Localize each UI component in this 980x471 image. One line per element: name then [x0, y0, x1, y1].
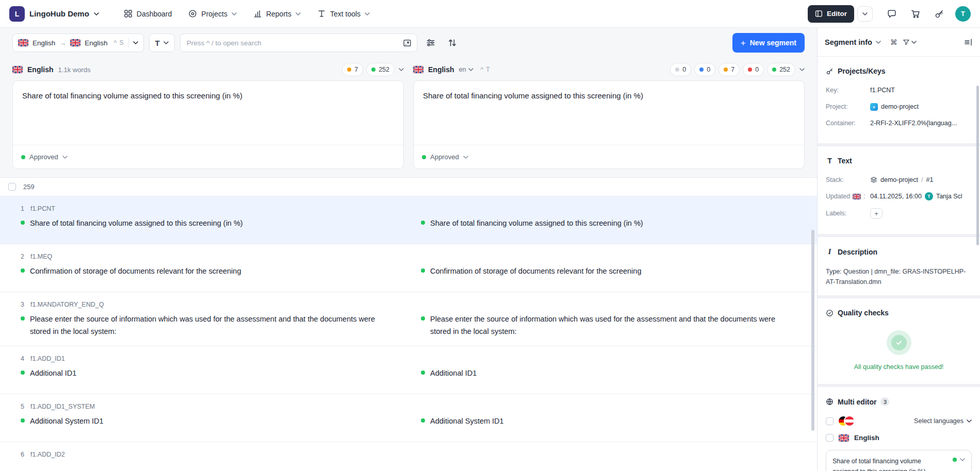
source-editor-panel: Share of total financing volume assigned…	[12, 80, 404, 169]
segment-row[interactable]: 3 f1.MANDATORY_END_Q Please enter the so…	[0, 292, 817, 346]
search-input[interactable]: Press ^ / to open search	[180, 33, 417, 52]
text-format-icon: T	[155, 39, 160, 47]
key-value: f1.PCNT	[870, 87, 972, 94]
nav-projects[interactable]: Projects	[182, 5, 243, 22]
sidebar-filter-menu[interactable]	[903, 39, 917, 46]
status-count-badge[interactable]: 252	[366, 63, 395, 76]
segment-count: 259	[23, 183, 35, 191]
status-dropdown-icon[interactable]	[62, 156, 68, 159]
add-label-button[interactable]: +	[870, 208, 883, 218]
segment-source-line: Share of total financing volume assigned…	[21, 217, 393, 229]
status-dropdown-icon[interactable]	[463, 156, 468, 159]
segment-source-cell: 1 f1.PCNT Share of total financing volum…	[0, 205, 409, 236]
target-status-bar: Approved	[414, 145, 804, 169]
nav-label: Dashboard	[137, 10, 172, 18]
command-icon[interactable]: ⌘	[890, 38, 897, 46]
target-panel-header: English en ^ T 0070252	[413, 62, 805, 77]
flag-cluster	[839, 416, 854, 426]
segment-row[interactable]: 6 f1.ADD_ID2	[0, 442, 817, 471]
nav-text-tools[interactable]: Text tools	[311, 5, 376, 22]
segment-row[interactable]: 2 f1.MEQ Confirmation of storage of docu…	[0, 244, 817, 292]
source-text-area[interactable]: Share of total financing volume assigned…	[13, 81, 403, 145]
status-count-badge[interactable]: 7	[718, 63, 740, 76]
segment-target-cell: Confirmation of storage of documents rel…	[409, 253, 817, 283]
regex-icon[interactable]	[403, 39, 412, 47]
divider	[128, 38, 129, 48]
segment-info-dropdown[interactable]: Segment info	[825, 38, 881, 46]
editor-button[interactable]: Editor	[808, 5, 854, 23]
uk-flag-icon	[839, 434, 849, 442]
segment-row[interactable]: 1 f1.PCNT Share of total financing volum…	[0, 196, 817, 244]
workspace-switcher[interactable]: L LingoHub Demo	[9, 6, 99, 22]
nav-reports[interactable]: Reports	[247, 5, 307, 22]
chevron-down-icon[interactable]	[960, 458, 965, 461]
workspace-name: LingoHub Demo	[29, 9, 89, 18]
segment-row[interactable]: 4 f1.ADD_ID1 Additional ID1 Additional I…	[0, 346, 817, 394]
status-count-badge[interactable]: 0	[743, 63, 764, 76]
segment-target-cell	[409, 450, 817, 471]
description-text: Type: Question | dmn_file: GRAS-INSTOPEL…	[826, 266, 972, 287]
uk-flag-icon	[18, 39, 28, 46]
status-count-badge[interactable]: 0	[694, 63, 715, 76]
segment-info-sidebar: Segment info ⌘ Projects/Keys Key: f1.PCN…	[817, 28, 980, 471]
chevron-down-icon	[967, 419, 972, 423]
language-shortcut: ^ S	[114, 39, 124, 46]
segment-source-line: Additional System ID1	[21, 415, 393, 427]
text-filter-dropdown[interactable]: T	[149, 33, 175, 52]
container-label: Container:	[826, 120, 870, 127]
nav-dashboard[interactable]: Dashboard	[118, 5, 178, 22]
status-count-badge[interactable]: 7	[342, 63, 363, 76]
stack-number[interactable]: #1	[926, 176, 933, 183]
target-badges-dropdown[interactable]	[799, 68, 805, 71]
chat-icon[interactable]	[884, 6, 900, 22]
filters-icon[interactable]	[422, 35, 439, 51]
description-section: I Description Type: Question | dmn_file:…	[818, 237, 980, 295]
segment-row[interactable]: 5 f1.ADD_ID1_SYSTEM Additional System ID…	[0, 394, 817, 442]
segment-target-text: Confirmation of storage of documents rel…	[430, 265, 641, 277]
user-avatar[interactable]: T	[955, 6, 971, 22]
sidebar-scrollbar[interactable]	[976, 86, 979, 245]
stack-icon	[870, 176, 877, 183]
status-count-badge[interactable]: 0	[670, 63, 691, 76]
multi-editor-languages-row: Select languages	[826, 416, 972, 426]
section-title: Description	[838, 248, 877, 256]
arrow-right-icon: →	[59, 39, 66, 47]
status-count-badge[interactable]: 252	[767, 63, 795, 76]
project-value[interactable]: demo-project	[881, 103, 919, 110]
source-status-label: Approved	[29, 153, 58, 161]
collapse-sidebar-icon[interactable]	[963, 38, 973, 47]
multi-editor-english-row: English	[826, 434, 972, 442]
multi-editor-text-box[interactable]: Share of total financing volume assigned…	[826, 450, 972, 471]
segment-key: f1.MEQ	[30, 253, 52, 260]
editor-main: English → English ^ S T Press ^ / to ope…	[0, 28, 817, 471]
target-locale-dropdown[interactable]: en	[459, 66, 474, 73]
select-languages-dropdown[interactable]: Select languages	[914, 417, 972, 425]
source-status-bar: Approved	[13, 145, 403, 169]
source-badges: 7252	[342, 63, 395, 76]
status-dot	[21, 316, 25, 321]
editor-split-button: Editor	[808, 5, 873, 23]
editor-dropdown-button[interactable]	[857, 6, 873, 22]
target-editor-panel: Share of total financing volume assigned…	[413, 80, 805, 169]
sort-icon[interactable]	[444, 35, 461, 51]
select-all-checkbox[interactable]	[8, 183, 16, 191]
key-icon[interactable]	[932, 6, 947, 22]
cart-icon[interactable]	[908, 6, 923, 22]
source-badges-dropdown[interactable]	[399, 68, 404, 71]
globe-icon	[826, 398, 834, 406]
new-segment-button[interactable]: + New segment	[732, 33, 805, 53]
list-scrollbar[interactable]	[811, 230, 814, 431]
container-row: Container: 2-RFI-2-XLIFF2.0%{languag...	[826, 119, 972, 128]
language-pair-selector[interactable]: English → English ^ S	[12, 33, 144, 52]
target-text-area[interactable]: Share of total financing volume assigned…	[414, 81, 804, 145]
segment-number: 6	[21, 451, 24, 458]
nav-label: Projects	[201, 10, 227, 18]
editor-button-label: Editor	[827, 10, 847, 18]
stack-value[interactable]: demo-project	[880, 176, 918, 183]
container-value[interactable]: 2-RFI-2-XLIFF2.0%{languag...	[870, 120, 972, 127]
english-checkbox[interactable]	[826, 434, 834, 442]
languages-checkbox[interactable]	[826, 417, 834, 425]
check-icon	[895, 339, 903, 346]
status-dot	[21, 371, 25, 375]
segment-source-text: Additional ID1	[30, 367, 76, 379]
